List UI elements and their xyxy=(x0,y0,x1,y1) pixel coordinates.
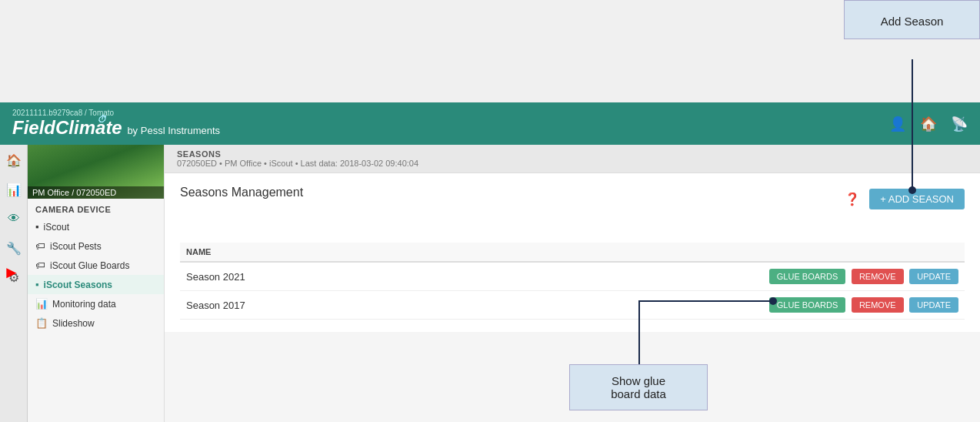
page-header: SEASONS 072050ED • PM Office • iScout • … xyxy=(165,145,980,173)
table-row: Season 2017 GLUE BOARDS REMOVE UPDATE xyxy=(180,291,965,320)
icon-bar: 🏠 📊 👁 🔧 ⚙ xyxy=(0,145,28,422)
callout-line-h1 xyxy=(638,300,772,302)
update-btn-2021[interactable]: UPDATE xyxy=(909,269,958,284)
sidebar-item-iscout-pests[interactable]: 🏷 iScout Pests xyxy=(28,236,164,256)
glue-board-callout: Show glueboard data xyxy=(569,364,708,410)
sidebar-item-slideshow[interactable]: 📋 Slideshow xyxy=(28,313,164,333)
app-byline: by Pessl Instruments xyxy=(127,125,220,136)
sidebar-station: PM Office / 072050ED xyxy=(28,186,164,199)
season-2017-name: Season 2017 xyxy=(180,291,382,320)
icon-home[interactable]: 🏠 xyxy=(2,148,26,172)
help-icon[interactable]: ❓ xyxy=(845,192,860,206)
callout-dot-2 xyxy=(769,297,777,305)
wifi-icon[interactable]: 📡 xyxy=(951,116,968,132)
sidebar-item-monitoring-label: Monitoring data xyxy=(52,299,116,310)
page-header-title: SEASONS xyxy=(177,149,968,159)
app-title: FieldClima⏱te by Pessl Instruments xyxy=(12,117,220,139)
top-bar-icons: 👤 🏠 📡 xyxy=(889,116,968,132)
user-icon[interactable]: 👤 xyxy=(889,116,906,132)
page-content-title: Seasons Management xyxy=(180,186,303,199)
station-subtitle: 20211111.b9279ca8 / Tomato xyxy=(12,109,220,117)
map-icon[interactable]: 🏠 xyxy=(920,116,937,132)
icon-chart[interactable]: 📊 xyxy=(2,177,26,202)
sidebar: PM Office / 072050ED CAMERA DEVICE ▪ iSc… xyxy=(28,145,165,422)
iscout-glue-icon: 🏷 xyxy=(35,260,45,271)
glue-boards-btn-2021[interactable]: GLUE BOARDS xyxy=(769,269,845,284)
glue-board-callout-label: Show glueboard data xyxy=(611,374,666,400)
monitoring-icon: 📊 xyxy=(35,298,48,310)
top-bar: 20211111.b9279ca8 / Tomato FieldClima⏱te… xyxy=(0,102,980,145)
callout-line-v2 xyxy=(638,300,640,364)
season-2021-actions: GLUE BOARDS REMOVE UPDATE xyxy=(382,262,965,291)
sidebar-item-slideshow-label: Slideshow xyxy=(52,318,95,329)
sidebar-section-label: CAMERA DEVICE xyxy=(28,199,164,217)
season-2021-name: Season 2021 xyxy=(180,262,382,291)
update-btn-2017[interactable]: UPDATE xyxy=(909,297,958,313)
iscout-seasons-icon: ▪ xyxy=(35,279,39,290)
icon-tools[interactable]: 🔧 xyxy=(2,236,26,260)
add-season-callout-label: Add Season xyxy=(881,15,944,28)
seasons-table: NAME Season 2021 GLUE BOARDS REMOVE UPDA… xyxy=(180,243,965,320)
remove-btn-2021[interactable]: REMOVE xyxy=(852,269,904,284)
callout-dot-1 xyxy=(908,186,916,194)
page-header-sub: 072050ED • PM Office • iScout • Last dat… xyxy=(177,159,968,168)
slideshow-icon: 📋 xyxy=(35,317,48,329)
sidebar-item-iscout-seasons[interactable]: ▪ iScout Seasons xyxy=(28,275,164,294)
sidebar-item-iscout-glue-label: iScout Glue Boards xyxy=(50,260,129,271)
remove-btn-2017[interactable]: REMOVE xyxy=(852,297,904,313)
add-season-button[interactable]: + ADD SEASON xyxy=(869,189,965,209)
sidebar-arrow-indicator: ► xyxy=(3,263,20,283)
iscout-pests-icon: 🏷 xyxy=(35,240,45,252)
glue-boards-btn-2017[interactable]: GLUE BOARDS xyxy=(769,297,845,313)
season-2017-actions: GLUE BOARDS REMOVE UPDATE xyxy=(382,291,965,320)
callout-line-v1 xyxy=(912,59,913,189)
iscout-icon: ▪ xyxy=(35,221,39,233)
col-name: NAME xyxy=(180,243,382,262)
sidebar-image: PM Office / 072050ED xyxy=(28,145,164,199)
sidebar-item-iscout-glue-boards[interactable]: 🏷 iScout Glue Boards xyxy=(28,256,164,275)
sidebar-item-monitoring[interactable]: 📊 Monitoring data xyxy=(28,294,164,313)
add-season-callout: Add Season xyxy=(844,0,980,39)
table-row: Season 2021 GLUE BOARDS REMOVE UPDATE xyxy=(180,262,965,291)
sidebar-item-iscout-pests-label: iScout Pests xyxy=(50,241,102,252)
content-area: Seasons Management ❓ + ADD SEASON NAME S… xyxy=(165,173,980,332)
sidebar-item-iscout-seasons-label: iScout Seasons xyxy=(44,280,112,290)
sidebar-item-iscout-label: iScout xyxy=(44,222,69,233)
col-actions xyxy=(382,243,965,262)
sidebar-item-iscout[interactable]: ▪ iScout xyxy=(28,217,164,236)
icon-eye[interactable]: 👁 xyxy=(2,206,26,231)
logo: 20211111.b9279ca8 / Tomato FieldClima⏱te… xyxy=(12,109,220,139)
